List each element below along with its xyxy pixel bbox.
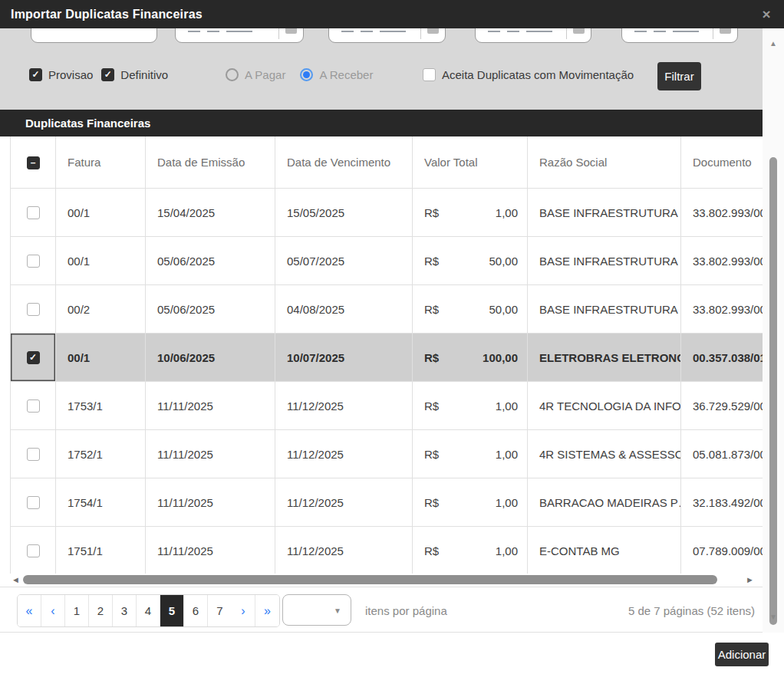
valor-amount: 1,00 <box>496 206 518 219</box>
table-row[interactable]: ✓ 00/1 10/06/2025 10/07/2025 R$ 100,00 E… <box>10 334 763 382</box>
cell-data-vencimento: 04/08/2025 <box>275 285 413 334</box>
column-header-vencimento[interactable]: Data de Vencimento <box>275 136 413 189</box>
cell-documento: 33.802.993/00 <box>681 285 763 334</box>
cell-documento: 33.802.993/00 <box>681 189 763 237</box>
page-button-2[interactable]: 2 <box>89 595 113 626</box>
cell-razao-social: ELETROBRAS ELETRONO… <box>528 334 681 382</box>
table-row[interactable]: 1754/1 11/11/2025 11/12/2025 R$ 1,00 BAR… <box>10 478 763 527</box>
row-checkbox[interactable] <box>27 255 40 268</box>
currency-symbol: R$ <box>424 496 439 509</box>
cell-fatura: 1753/1 <box>56 382 146 430</box>
table-row[interactable]: 1751/1 11/11/2025 11/12/2025 R$ 1,00 E-C… <box>10 527 763 575</box>
cell-data-vencimento: 11/12/2025 <box>275 430 413 478</box>
cell-data-emissao: 11/11/2025 <box>146 527 275 575</box>
page-button-1[interactable]: 1 <box>65 595 89 626</box>
valor-amount: 1,00 <box>496 448 518 461</box>
table-header-row: – Fatura Data de Emissão Data de Vencime… <box>10 136 763 189</box>
next-page-button[interactable]: › <box>232 595 255 626</box>
provisao-label: Provisao <box>48 68 93 81</box>
scroll-down-icon[interactable]: ▼ <box>769 613 778 622</box>
column-header-fatura[interactable]: Fatura <box>56 136 146 189</box>
chevron-down-icon: ▼ <box>334 607 341 615</box>
cell-fatura: 1751/1 <box>56 527 146 575</box>
cell-razao-social: BARRACAO MADEIRAS P… <box>528 478 681 527</box>
currency-symbol: R$ <box>424 255 439 268</box>
last-page-button[interactable]: » <box>255 595 279 626</box>
valor-amount: 1,00 <box>496 544 518 557</box>
definitivo-label: Definitivo <box>120 68 168 81</box>
duplicatas-table-wrap: – Fatura Data de Emissão Data de Vencime… <box>0 136 763 575</box>
row-checkbox[interactable] <box>27 206 40 219</box>
a-pagar-label: A Pagar <box>245 68 285 81</box>
currency-symbol: R$ <box>424 303 439 316</box>
row-checkbox[interactable] <box>27 496 40 509</box>
column-header-razao[interactable]: Razão Social <box>528 136 681 189</box>
cell-documento: 32.183.492/00 <box>681 478 763 527</box>
cell-valor-total: R$ 1,00 <box>413 382 528 430</box>
page-button-7[interactable]: 7 <box>208 595 232 626</box>
table-row[interactable]: 1753/1 11/11/2025 11/12/2025 R$ 1,00 4R … <box>10 382 763 430</box>
horizontal-scrollbar[interactable]: ◄ ► <box>10 574 763 586</box>
column-header-documento[interactable]: Documento <box>681 136 763 189</box>
definitivo-checkbox[interactable]: ✓ <box>101 68 114 81</box>
first-page-button[interactable]: « <box>18 595 41 626</box>
page-button-6[interactable]: 6 <box>184 595 208 626</box>
cell-documento: 00.357.038/01 <box>681 334 763 382</box>
select-all-cell: – <box>10 136 56 189</box>
a-pagar-radio[interactable] <box>226 68 239 81</box>
column-header-valor[interactable]: Valor Total <box>413 136 528 189</box>
table-row[interactable]: 00/1 05/06/2025 05/07/2025 R$ 50,00 BASE… <box>10 237 763 285</box>
cell-valor-total: R$ 50,00 <box>413 237 528 285</box>
row-checkbox[interactable] <box>27 399 40 413</box>
row-checkbox[interactable]: ✓ <box>27 351 40 364</box>
row-checkbox-cell <box>10 285 56 334</box>
cell-razao-social: BASE INFRAESTRUTURA … <box>528 189 681 237</box>
page-button-4[interactable]: 4 <box>137 595 160 626</box>
cell-valor-total: R$ 1,00 <box>413 478 528 527</box>
horizontal-scrollbar-thumb[interactable] <box>23 575 717 584</box>
cell-documento: 33.802.993/00 <box>681 237 763 285</box>
a-receber-label: A Receber <box>319 68 373 81</box>
cell-data-vencimento: 11/12/2025 <box>275 478 413 527</box>
cell-valor-total: R$ 100,00 <box>413 334 528 382</box>
table-row[interactable]: 00/2 05/06/2025 04/08/2025 R$ 50,00 BASE… <box>10 285 763 334</box>
cell-razao-social: BASE INFRAESTRUTURA … <box>528 237 681 285</box>
close-icon[interactable]: × <box>758 6 775 23</box>
cell-documento: 07.789.009/00 <box>681 527 763 575</box>
row-checkbox[interactable] <box>27 303 40 316</box>
provisao-checkbox[interactable]: ✓ <box>29 68 42 81</box>
table-row[interactable]: 1752/1 11/11/2025 11/12/2025 R$ 1,00 4R … <box>10 430 763 478</box>
table-row[interactable]: 00/1 15/04/2025 15/05/2025 R$ 1,00 BASE … <box>10 189 763 237</box>
vertical-scrollbar[interactable]: ▲ ▼ <box>763 28 784 633</box>
scroll-left-icon[interactable]: ◄ <box>12 575 21 584</box>
cell-razao-social: 4R TECNOLOGIA DA INFO… <box>528 382 681 430</box>
cell-data-emissao: 11/11/2025 <box>146 430 275 478</box>
movimentacao-checkbox[interactable] <box>423 68 436 81</box>
cell-data-vencimento: 05/07/2025 <box>275 237 413 285</box>
duplicatas-table: – Fatura Data de Emissão Data de Vencime… <box>10 136 763 575</box>
scroll-right-icon[interactable]: ► <box>746 575 755 584</box>
vertical-scrollbar-thumb[interactable] <box>769 157 777 625</box>
row-checkbox-cell <box>10 430 56 478</box>
table-section-title: Duplicatas Financeiras <box>0 117 150 130</box>
page-button-3[interactable]: 3 <box>113 595 137 626</box>
page-summary: 5 de 7 páginas (52 itens) <box>628 604 755 617</box>
cell-valor-total: R$ 50,00 <box>413 285 528 334</box>
a-receber-radio[interactable] <box>300 68 313 81</box>
scroll-up-icon[interactable]: ▲ <box>769 39 778 48</box>
row-checkbox-cell <box>10 382 56 430</box>
currency-symbol: R$ <box>424 448 439 461</box>
filter-section: ✓ Provisao ✓ Definitivo A Pagar A Recebe… <box>0 28 763 110</box>
valor-amount: 1,00 <box>496 399 518 413</box>
column-header-emissao[interactable]: Data de Emissão <box>146 136 275 189</box>
filtrar-button[interactable]: Filtrar <box>657 62 701 90</box>
cell-fatura: 00/1 <box>56 189 146 237</box>
prev-page-button[interactable]: ‹ <box>41 595 65 626</box>
page-button-5[interactable]: 5 <box>160 595 184 626</box>
cell-razao-social: BASE INFRAESTRUTURA … <box>528 285 681 334</box>
select-all-checkbox[interactable]: – <box>27 156 40 169</box>
adicionar-button[interactable]: Adicionar <box>715 643 769 666</box>
row-checkbox[interactable] <box>27 544 40 557</box>
items-per-page-select[interactable]: ▼ <box>282 594 351 626</box>
row-checkbox[interactable] <box>27 448 40 461</box>
